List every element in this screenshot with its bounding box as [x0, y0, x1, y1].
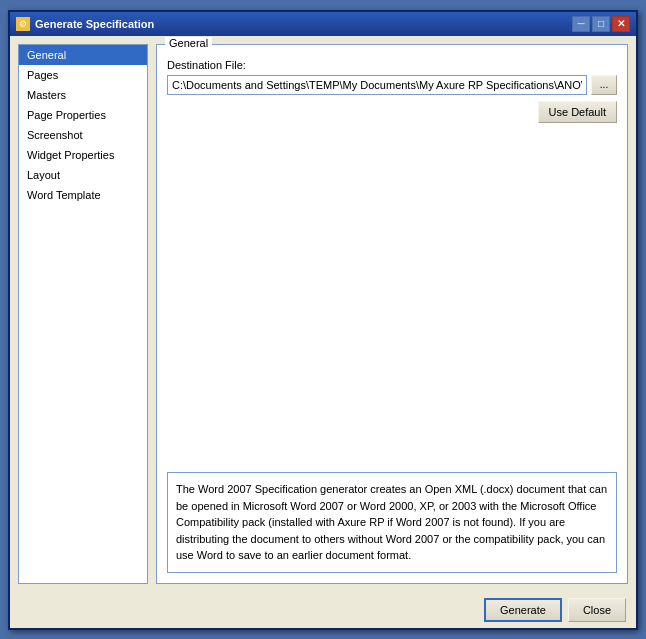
maximize-button[interactable]: □: [592, 16, 610, 32]
content-area: General Pages Masters Page Properties Sc…: [10, 36, 636, 592]
sidebar-item-masters[interactable]: Masters: [19, 85, 147, 105]
browse-button[interactable]: ...: [591, 75, 617, 95]
title-bar-buttons: ─ □ ✕: [572, 16, 630, 32]
sidebar: General Pages Masters Page Properties Sc…: [18, 44, 148, 584]
sidebar-item-layout[interactable]: Layout: [19, 165, 147, 185]
main-window: ⚙ Generate Specification ─ □ ✕ General P…: [8, 10, 638, 630]
title-bar: ⚙ Generate Specification ─ □ ✕: [10, 12, 636, 36]
main-panel: General Destination File: ... Use Defaul…: [156, 44, 628, 584]
spacer: [167, 129, 617, 463]
destination-label: Destination File:: [167, 59, 617, 71]
use-default-row: Use Default: [167, 101, 617, 123]
title-bar-left: ⚙ Generate Specification: [16, 17, 154, 31]
destination-input-row: ...: [167, 75, 617, 95]
destination-input[interactable]: [167, 75, 587, 95]
destination-file-section: Destination File: ...: [167, 59, 617, 95]
sidebar-item-widget-properties[interactable]: Widget Properties: [19, 145, 147, 165]
generate-button[interactable]: Generate: [484, 598, 562, 622]
general-group-box: General Destination File: ... Use Defaul…: [156, 44, 628, 584]
window-icon: ⚙: [16, 17, 30, 31]
group-box-inner: Destination File: ... Use Default The Wo…: [167, 59, 617, 573]
use-default-button[interactable]: Use Default: [538, 101, 617, 123]
minimize-button[interactable]: ─: [572, 16, 590, 32]
sidebar-item-general[interactable]: General: [19, 45, 147, 65]
sidebar-item-page-properties[interactable]: Page Properties: [19, 105, 147, 125]
info-text: The Word 2007 Specification generator cr…: [176, 483, 607, 561]
close-title-button[interactable]: ✕: [612, 16, 630, 32]
sidebar-item-screenshot[interactable]: Screenshot: [19, 125, 147, 145]
window-title: Generate Specification: [35, 18, 154, 30]
sidebar-item-word-template[interactable]: Word Template: [19, 185, 147, 205]
close-button[interactable]: Close: [568, 598, 626, 622]
group-box-title: General: [165, 37, 212, 49]
footer: Generate Close: [10, 592, 636, 628]
info-box: The Word 2007 Specification generator cr…: [167, 472, 617, 573]
sidebar-item-pages[interactable]: Pages: [19, 65, 147, 85]
